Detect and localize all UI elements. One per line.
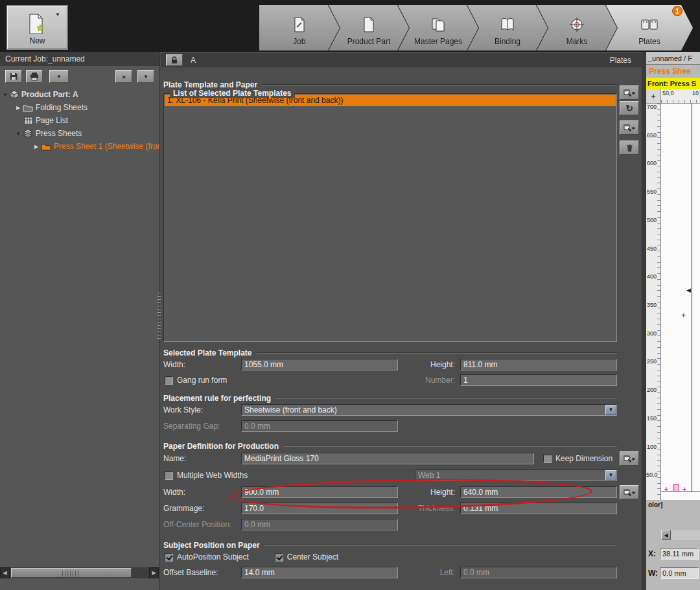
x-label: X: xyxy=(648,549,660,558)
tab-label: Job xyxy=(293,37,305,46)
master-pages-icon xyxy=(430,16,447,33)
select-paper-button[interactable]: ▸ xyxy=(620,451,639,466)
tree-item-folding-sheets[interactable]: ▶ Folding Sheets xyxy=(0,101,159,114)
divider xyxy=(264,545,617,546)
refresh-plate-template-button[interactable]: ↻ xyxy=(620,101,639,115)
sidebar-horizontal-scrollbar[interactable]: ◀ ▶ xyxy=(0,567,159,578)
offset-baseline-row: Offset Baseline: 14.0 mm Left: 0.0 mm xyxy=(163,567,617,578)
w-label: W: xyxy=(648,569,660,578)
preview-horizontal-scrollbar[interactable]: ◀ xyxy=(661,530,700,540)
work-style-value: Sheetwise (front and back) xyxy=(244,405,337,415)
lock-button[interactable] xyxy=(166,54,183,66)
scroll-right-icon[interactable]: ▶ xyxy=(149,567,159,578)
tree-item-page-list[interactable]: Page List xyxy=(0,114,159,127)
tab-label: Product Part xyxy=(347,37,391,46)
thickness-label: Thickness: xyxy=(398,504,460,513)
autoposition-label: AutoPosition Subject xyxy=(177,552,249,562)
tab-marks[interactable]: Marks xyxy=(537,5,617,51)
tab-job[interactable]: Job xyxy=(259,5,340,51)
delete-plate-template-button[interactable] xyxy=(620,141,639,155)
collapsed-arrow-icon[interactable]: ▶ xyxy=(14,105,22,111)
keep-dimension-checkbox[interactable]: Keep Dimension xyxy=(543,454,612,463)
sidebar-toolbar: ▼ » ▼ xyxy=(0,69,159,84)
scroll-left-icon[interactable]: ◀ xyxy=(661,530,671,540)
sheet-canvas[interactable]: ◀ + + + xyxy=(661,104,700,500)
front-surface-selector[interactable]: Front: Press S xyxy=(646,78,700,89)
chevron-down-icon: ▼ xyxy=(56,74,62,80)
plate-template-list[interactable]: 1: XL-106 - Kella Print (Sheetwise (fron… xyxy=(163,93,617,342)
tab-binding[interactable]: Binding xyxy=(467,5,548,51)
padlock-icon xyxy=(170,56,179,65)
tree-label: Product Part: A xyxy=(21,90,78,99)
grammage-field[interactable]: 170.0 xyxy=(241,503,398,514)
new-button-label: New xyxy=(29,36,45,45)
chevron-down-icon[interactable]: ▼ xyxy=(605,405,616,415)
product-part-letter: A xyxy=(191,56,196,65)
expanded-arrow-icon[interactable]: ▼ xyxy=(14,131,22,137)
tab-product-part[interactable]: Product Part xyxy=(329,5,409,51)
center-subject-checkbox[interactable]: Center Subject xyxy=(275,552,338,562)
tree-item-product-part[interactable]: ▼ Product Part: A xyxy=(0,88,159,101)
offset-baseline-field[interactable]: 14.0 mm xyxy=(241,567,398,578)
tree-item-press-sheet-1[interactable]: ▶ Press Sheet 1 (Sheetwise (front xyxy=(0,140,159,153)
trash-icon xyxy=(625,144,634,152)
ruler-origin-icon[interactable]: + xyxy=(646,89,661,104)
paper-width-field[interactable]: 900.0 mm xyxy=(241,486,398,498)
product-part-cube-icon xyxy=(10,90,19,99)
w-coordinate-readout: W: 0.0 mm xyxy=(648,567,699,579)
tab-label: Marks xyxy=(566,37,588,46)
scroll-left-icon[interactable]: ◀ xyxy=(0,567,10,578)
tab-label: Binding xyxy=(495,37,520,46)
multiple-web-widths-checkbox[interactable]: Multiple Web Widths xyxy=(163,471,248,480)
print-button[interactable] xyxy=(26,70,43,83)
scrollbar-track[interactable] xyxy=(10,567,149,578)
checkbox-box[interactable] xyxy=(165,376,173,385)
fast-forward-icon: » xyxy=(122,73,126,80)
paper-name-field[interactable]: MediaPrint Gloss 170 xyxy=(241,453,534,464)
expand-all-button[interactable]: » xyxy=(115,70,132,83)
checkbox-checked-box[interactable] xyxy=(165,553,173,562)
edit-plate-template-button[interactable]: ▸ xyxy=(620,120,639,135)
new-job-button[interactable]: ▼ New xyxy=(7,6,67,49)
width-label: Width: xyxy=(163,360,241,369)
gang-run-row: Gang run form Number: 1 xyxy=(163,374,617,386)
tree-item-press-sheets[interactable]: ▼ Press Sheets xyxy=(0,127,159,140)
autoposition-subject-checkbox[interactable]: AutoPosition Subject xyxy=(163,552,249,562)
thumb-grip xyxy=(62,571,79,576)
tab-master-pages[interactable]: Master Pages xyxy=(398,5,478,51)
gang-run-form-checkbox[interactable]: Gang run form xyxy=(163,376,398,385)
plate-height-field[interactable]: 811.0 mm xyxy=(460,359,617,370)
offset-baseline-label: Offset Baseline: xyxy=(163,568,241,577)
ruler-ticks xyxy=(657,104,660,500)
number-field[interactable]: 1 xyxy=(460,374,617,386)
save-button[interactable] xyxy=(5,70,22,83)
checkbox-box[interactable] xyxy=(165,471,173,480)
expanded-arrow-icon[interactable]: ▼ xyxy=(1,92,9,98)
thickness-field[interactable]: 0.131 mm xyxy=(460,503,617,514)
chevron-down-icon[interactable]: ▼ xyxy=(55,12,60,17)
window-assign-icon xyxy=(624,455,632,463)
center-subject-label: Center Subject xyxy=(287,552,338,562)
plates-count-badge: 1 xyxy=(672,6,682,16)
register-mark-icon: + xyxy=(664,486,668,493)
number-label: Number: xyxy=(398,376,460,385)
select-paper-size-button[interactable]: ▸ xyxy=(620,485,639,499)
plate-width-field[interactable]: 1055.0 mm xyxy=(241,359,398,370)
collapsed-arrow-icon[interactable]: ▶ xyxy=(32,144,40,150)
top-bar: ▼ New Job Product Part xyxy=(0,0,700,52)
paper-height-field[interactable]: 640.0 mm xyxy=(460,486,617,498)
press-sheet-preview-panel: _unnamed / F Press Shee Front: Press S +… xyxy=(646,52,700,590)
job-tree: ▼ Product Part: A ▶ Folding Sheets xyxy=(0,88,159,153)
press-sheet-tab[interactable]: Press Shee xyxy=(646,65,700,78)
work-style-select[interactable]: Sheetwise (front and back) ▼ xyxy=(241,404,617,416)
w-value-field: 0.0 mm xyxy=(660,567,699,579)
add-plate-template-button[interactable]: ▸ xyxy=(620,85,639,100)
checkbox-checked-box[interactable] xyxy=(275,553,283,562)
preview-title: _unnamed / F xyxy=(646,52,700,65)
scrollbar-thumb[interactable] xyxy=(11,568,132,578)
collapse-all-button[interactable]: ▼ xyxy=(137,70,154,83)
view-options-dropdown[interactable]: ▼ xyxy=(49,70,69,83)
panel-splitter[interactable] xyxy=(642,52,646,590)
tab-plates[interactable]: 1 Plates xyxy=(606,5,693,51)
checkbox-box[interactable] xyxy=(543,455,552,463)
